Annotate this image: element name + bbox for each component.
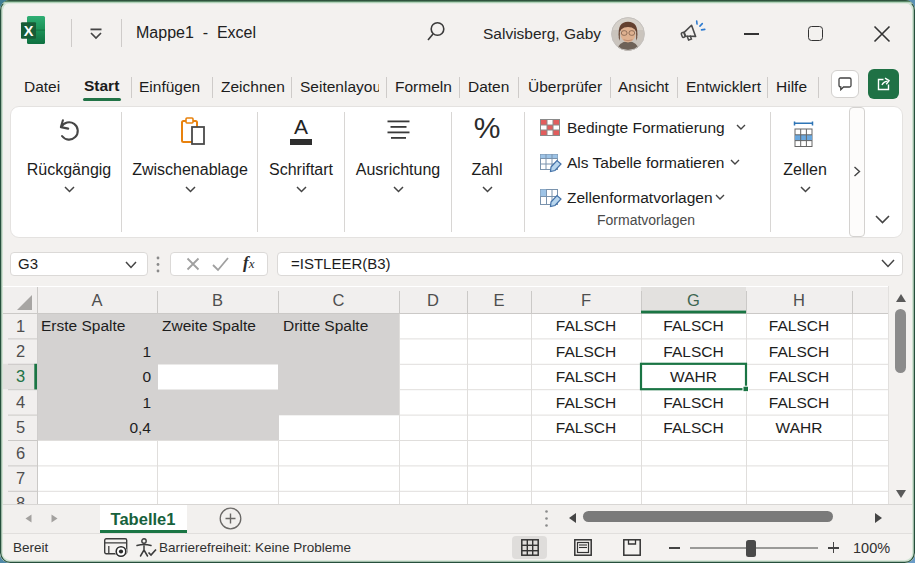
svg-text:1: 1 [142, 394, 151, 411]
svg-text:C: C [333, 291, 345, 309]
svg-text:FALSCH: FALSCH [556, 317, 616, 334]
svg-text:WAHR: WAHR [776, 419, 823, 436]
svg-text:FALSCH: FALSCH [663, 343, 723, 360]
svg-text:FALSCH: FALSCH [556, 419, 616, 436]
svg-text:0: 0 [142, 368, 151, 385]
svg-text:Erste Spalte: Erste Spalte [41, 317, 125, 334]
svg-text:FALSCH: FALSCH [556, 394, 616, 411]
svg-text:FALSCH: FALSCH [556, 343, 616, 360]
svg-text:6: 6 [16, 444, 25, 462]
svg-text:4: 4 [16, 393, 25, 411]
svg-text:FALSCH: FALSCH [769, 317, 829, 334]
svg-text:D: D [427, 291, 439, 309]
svg-text:2: 2 [16, 342, 25, 360]
svg-text:0,4: 0,4 [129, 419, 151, 436]
svg-text:WAHR: WAHR [670, 368, 717, 385]
svg-text:FALSCH: FALSCH [769, 368, 829, 385]
svg-text:FALSCH: FALSCH [769, 394, 829, 411]
svg-text:FALSCH: FALSCH [663, 394, 723, 411]
svg-text:1: 1 [16, 317, 25, 335]
svg-text:3: 3 [16, 367, 25, 385]
svg-text:FALSCH: FALSCH [663, 317, 723, 334]
svg-text:B: B [212, 291, 223, 309]
svg-text:FALSCH: FALSCH [663, 419, 723, 436]
svg-text:A: A [91, 291, 102, 309]
svg-text:7: 7 [16, 469, 25, 487]
svg-text:Zweite Spalte: Zweite Spalte [162, 317, 256, 334]
svg-text:FALSCH: FALSCH [556, 368, 616, 385]
svg-text:5: 5 [16, 418, 25, 436]
svg-text:X: X [24, 23, 34, 39]
svg-text:Dritte Spalte: Dritte Spalte [283, 317, 368, 334]
svg-text:E: E [493, 291, 504, 309]
svg-text:G: G [687, 291, 700, 309]
svg-text:H: H [793, 291, 805, 309]
svg-text:FALSCH: FALSCH [769, 343, 829, 360]
svg-text:1: 1 [142, 343, 151, 360]
svg-text:F: F [581, 291, 591, 309]
